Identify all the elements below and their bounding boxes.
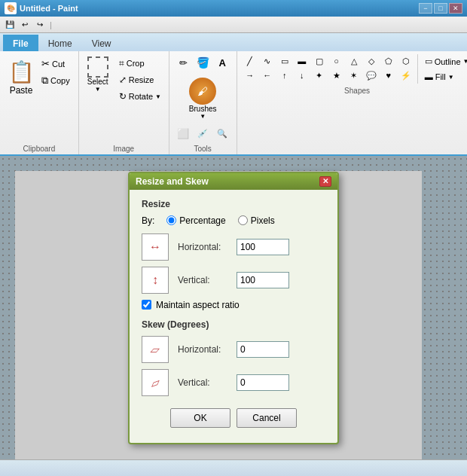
shape-diamond[interactable]: ◇: [363, 54, 380, 68]
shape-ellipse[interactable]: ○: [328, 54, 345, 68]
aspect-ratio-checkbox[interactable]: [142, 300, 151, 310]
dialog-close-button[interactable]: ✕: [319, 176, 331, 187]
shape-curve[interactable]: ∿: [259, 54, 276, 68]
image-group: Select ▼ ⌗ Crop ⤢ Resize ↻: [79, 51, 169, 154]
dialog-body: Resize By: Percentage Pixels: [130, 190, 337, 443]
skew-vertical-icon: ▱: [151, 374, 160, 389]
tab-file[interactable]: File: [3, 35, 38, 51]
rotate-button[interactable]: ↻ Rotate ▼: [115, 89, 165, 104]
horizontal-skew-input[interactable]: [237, 341, 289, 358]
shape-lightning[interactable]: ⚡: [398, 69, 414, 82]
fill-tool-button[interactable]: 🪣: [194, 54, 212, 71]
zoom-button[interactable]: 🔍: [213, 125, 231, 142]
outline-dropdown-icon: ▼: [463, 58, 467, 65]
pixels-radio[interactable]: [238, 215, 248, 225]
tab-view[interactable]: View: [82, 35, 121, 51]
skew-section-label: Skew (Degrees): [142, 319, 325, 330]
quick-access-toolbar: 💾 ↩ ↪ |: [0, 17, 467, 33]
crop-button[interactable]: ⌗ Crop: [115, 56, 165, 71]
status-bar: [0, 459, 467, 476]
clipboard-group: 📋 Paste ✂ Cut ⧉ Copy Clipboard: [0, 51, 79, 154]
shape-hexagon[interactable]: ⬡: [398, 54, 414, 68]
undo-qa-button[interactable]: ↩: [18, 18, 32, 32]
select-icon: [87, 56, 108, 78]
horizontal-resize-input[interactable]: [237, 239, 289, 255]
aspect-ratio-label: Maintain aspect ratio: [156, 300, 240, 310]
cut-copy-buttons: ✂ Cut ⧉ Copy: [38, 54, 74, 89]
save-qa-button[interactable]: 💾: [3, 18, 17, 32]
ribbon: 📋 Paste ✂ Cut ⧉ Copy Clipboard: [0, 51, 467, 156]
vertical-skew-label: Vertical:: [178, 377, 230, 388]
pencil-button[interactable]: ✏: [174, 54, 192, 71]
shapes-label: Shapes: [242, 85, 467, 95]
window-controls: − □ ✕: [419, 3, 462, 14]
window-title: Untitled - Paint: [20, 4, 78, 13]
fill-icon: ▬: [425, 72, 433, 81]
maximize-button[interactable]: □: [434, 3, 447, 14]
horizontal-skew-label: Horizontal:: [178, 344, 230, 355]
paste-label: Paste: [10, 85, 33, 96]
vertical-resize-input[interactable]: [237, 272, 289, 288]
eraser-button[interactable]: ⬜: [174, 125, 192, 142]
qa-separator: |: [50, 20, 52, 29]
ok-button[interactable]: OK: [170, 408, 230, 428]
shape-pentagon[interactable]: ⬠: [380, 54, 397, 68]
crop-icon: ⌗: [119, 58, 124, 69]
vertical-skew-input[interactable]: [237, 374, 289, 391]
resize-button[interactable]: ⤢ Resize: [115, 72, 165, 87]
resize-by-row: By: Percentage Pixels: [142, 215, 325, 226]
redo-qa-button[interactable]: ↪: [33, 18, 47, 32]
copy-icon: ⧉: [41, 75, 48, 87]
shape-arrow-down[interactable]: ↓: [294, 69, 310, 82]
brush-symbol: 🖌: [197, 85, 208, 97]
shape-arrow-up[interactable]: ↑: [276, 69, 293, 82]
brushes-button[interactable]: 🖌 Brushes ▼: [184, 74, 222, 124]
horizontal-arrow-icon: ↔: [149, 240, 161, 254]
brushes-icon: 🖌: [189, 78, 216, 105]
paste-button[interactable]: 📋 Paste: [5, 54, 38, 99]
shape-star6[interactable]: ✶: [346, 69, 362, 82]
copy-button[interactable]: ⧉ Copy: [38, 72, 74, 89]
paste-icon: 📋: [9, 58, 33, 85]
vertical-resize-label: Vertical:: [178, 275, 230, 285]
dialog-title: Resize and Skew: [136, 176, 209, 187]
shape-star5[interactable]: ★: [328, 69, 345, 82]
ribbon-tab-bar: File Home View: [0, 33, 467, 51]
shape-arrow-left[interactable]: ←: [259, 69, 276, 82]
tab-home[interactable]: Home: [38, 35, 82, 51]
percentage-radio[interactable]: [166, 215, 176, 225]
pixels-option[interactable]: Pixels: [238, 215, 275, 226]
select-dropdown-icon: ▼: [95, 86, 101, 93]
shape-heart[interactable]: ♥: [380, 69, 397, 82]
shape-star4[interactable]: ✦: [311, 69, 328, 82]
shape-arrow-right[interactable]: →: [242, 69, 258, 82]
vertical-resize-row: ↕ Vertical:: [142, 267, 325, 294]
fill-button[interactable]: ▬ Fill ▼: [421, 70, 467, 84]
shape-line[interactable]: ╱: [242, 54, 258, 68]
rotate-dropdown-icon: ▼: [155, 93, 161, 100]
minimize-button[interactable]: −: [419, 3, 432, 14]
resize-skew-dialog: Resize and Skew ✕ Resize By: Percentage: [128, 172, 339, 444]
shapes-grid: ╱ ∿ ▭ ▬ ▢ ○ △ ◇ ⬠ ⬡ → ← ↑ ↓ ✦: [242, 54, 414, 82]
percentage-option[interactable]: Percentage: [166, 215, 225, 226]
title-bar: 🎨 Untitled - Paint − □ ✕: [0, 0, 467, 17]
dialog-title-bar: Resize and Skew ✕: [130, 173, 337, 190]
shape-callout[interactable]: 💬: [363, 69, 380, 82]
close-button[interactable]: ✕: [449, 3, 462, 14]
cancel-button[interactable]: Cancel: [237, 408, 297, 428]
dialog-button-row: OK Cancel: [142, 408, 325, 434]
vertical-skew-row: ▱ Vertical:: [142, 369, 325, 396]
brushes-dropdown-icon: ▼: [200, 113, 206, 120]
outline-button[interactable]: ▭ Outline ▼: [421, 54, 467, 69]
cut-button[interactable]: ✂ Cut: [38, 56, 74, 72]
color-picker-button[interactable]: 💉: [194, 125, 212, 142]
shape-roundrect[interactable]: ▢: [311, 54, 328, 68]
shape-rect-filled[interactable]: ▬: [294, 54, 310, 68]
text-button[interactable]: A: [213, 54, 231, 71]
shape-triangle[interactable]: △: [346, 54, 362, 68]
horizontal-resize-icon-box: ↔: [142, 233, 169, 261]
shape-rect-outline[interactable]: ▭: [276, 54, 293, 68]
by-label: By:: [142, 215, 154, 226]
tools-label: Tools: [174, 143, 232, 153]
select-button[interactable]: Select ▼: [84, 54, 112, 95]
